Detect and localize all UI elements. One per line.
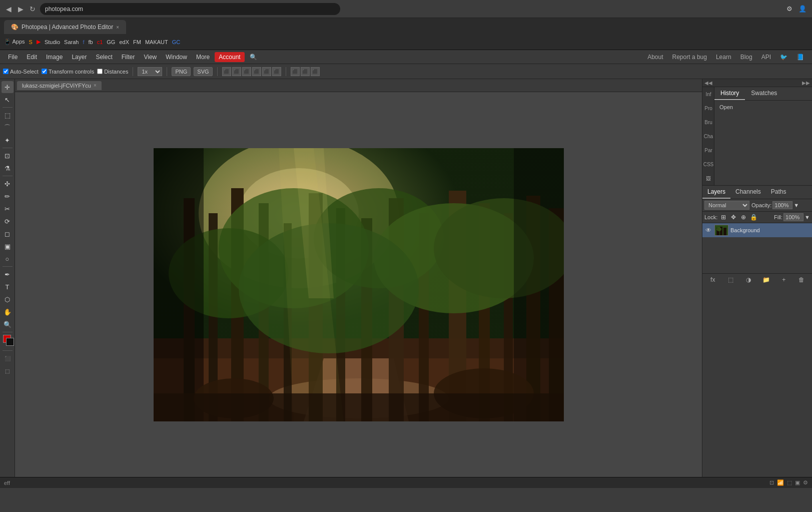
studio-bookmark[interactable]: Studio bbox=[45, 39, 60, 45]
transform-checkbox[interactable]: Transform controls bbox=[42, 69, 94, 75]
brush-tool[interactable]: ✏ bbox=[2, 190, 14, 202]
menu-layer[interactable]: Layer bbox=[68, 52, 91, 62]
sarah-bookmark[interactable]: Sarah bbox=[64, 39, 79, 45]
lasso-tool[interactable]: ⌒ bbox=[2, 122, 14, 134]
transform-input[interactable] bbox=[42, 69, 47, 74]
layers-tab[interactable]: Layers bbox=[702, 186, 730, 199]
align-bottom-icon[interactable]: ⬛ bbox=[272, 67, 281, 76]
s-bookmark[interactable]: S bbox=[29, 39, 33, 45]
forward-button[interactable]: ▶ bbox=[16, 5, 25, 14]
yt-bookmark[interactable]: ▶ bbox=[37, 39, 41, 45]
swatches-tab[interactable]: Swatches bbox=[745, 87, 783, 100]
spot-heal-tool[interactable]: ✣ bbox=[2, 178, 14, 190]
fm-bookmark[interactable]: FM bbox=[133, 39, 141, 45]
wand-tool[interactable]: ✦ bbox=[2, 134, 14, 146]
api-link[interactable]: API bbox=[757, 52, 775, 62]
zoom-select[interactable]: 1x2x0.5x bbox=[138, 67, 162, 76]
status-view-icon[interactable]: ⬚ bbox=[787, 479, 792, 486]
blog-link[interactable]: Blog bbox=[736, 52, 756, 62]
fill-input[interactable] bbox=[783, 213, 803, 221]
status-screen-icon[interactable]: ⊡ bbox=[769, 479, 774, 486]
export-svg-btn[interactable]: SVG bbox=[194, 67, 212, 76]
makaut-bookmark[interactable]: MAKAUT bbox=[145, 39, 168, 45]
menu-account[interactable]: Account bbox=[215, 52, 244, 62]
refresh-button[interactable]: ↻ bbox=[28, 5, 37, 14]
opacity-input[interactable] bbox=[772, 201, 792, 209]
dist-h-icon[interactable]: ⬛ bbox=[291, 67, 300, 76]
hand-tool[interactable]: ✋ bbox=[2, 306, 14, 318]
menu-filter[interactable]: Filter bbox=[118, 52, 139, 62]
distances-checkbox[interactable]: Distances bbox=[97, 69, 128, 75]
fill-arrow[interactable]: ▼ bbox=[804, 214, 810, 220]
status-settings-icon[interactable]: ⚙ bbox=[803, 479, 808, 486]
layer-delete-btn[interactable]: 🗑 bbox=[797, 275, 806, 284]
status-panel-icon[interactable]: ▣ bbox=[795, 479, 800, 486]
collapse-left-btn[interactable]: ◀◀ bbox=[704, 80, 712, 86]
move-tool[interactable]: ✛ bbox=[2, 81, 14, 93]
canvas-tab[interactable]: lukasz-szmigiel-jFCViYFYcu × bbox=[17, 81, 102, 90]
layer-add-btn[interactable]: + bbox=[779, 275, 788, 284]
align-left-icon[interactable]: ⬛ bbox=[222, 67, 231, 76]
pen-tool[interactable]: ✒ bbox=[2, 268, 14, 280]
edx-bookmark[interactable]: edX bbox=[119, 39, 129, 45]
gradient-tool[interactable]: ▣ bbox=[2, 240, 14, 252]
history-tab[interactable]: History bbox=[714, 87, 745, 100]
facebook-icon[interactable]: 📘 bbox=[792, 52, 808, 62]
crop-tool[interactable]: ⊡ bbox=[2, 150, 14, 162]
marquee-tool[interactable]: ⬚ bbox=[2, 109, 14, 121]
menu-select[interactable]: Select bbox=[92, 52, 116, 62]
color-swatches[interactable] bbox=[1, 335, 14, 348]
lock-artboard-icon[interactable]: ⊕ bbox=[739, 213, 747, 221]
fb-bookmark[interactable]: f bbox=[83, 39, 84, 45]
layer-visibility-icon[interactable]: 👁 bbox=[704, 226, 712, 234]
eraser-tool[interactable]: ◻ bbox=[2, 228, 14, 240]
opacity-arrow[interactable]: ▼ bbox=[793, 202, 799, 208]
text-tool[interactable]: T bbox=[2, 281, 14, 293]
align-right-icon[interactable]: ⬛ bbox=[242, 67, 251, 76]
address-bar[interactable]: photopea.com bbox=[40, 3, 340, 15]
collapse-right-btn[interactable]: ▶▶ bbox=[802, 80, 810, 86]
background-color[interactable] bbox=[6, 338, 14, 346]
menu-view[interactable]: View bbox=[140, 52, 161, 62]
apps-bookmark[interactable]: 📱 Apps bbox=[4, 39, 25, 45]
align-center-v-icon[interactable]: ⬛ bbox=[262, 67, 271, 76]
lock-move-icon[interactable]: ✥ bbox=[729, 213, 737, 221]
eyedropper-tool[interactable]: ⚗ bbox=[2, 162, 14, 174]
dist-extra-icon[interactable]: ⬛ bbox=[311, 67, 320, 76]
active-browser-tab[interactable]: 🎨 Photopea | Advanced Photo Editor × bbox=[4, 20, 126, 34]
side-par[interactable]: Par bbox=[702, 143, 714, 157]
lock-all-icon[interactable]: 🔒 bbox=[749, 213, 757, 221]
autoselect-checkbox[interactable]: Auto-Select bbox=[3, 69, 39, 75]
menu-file[interactable]: File bbox=[4, 52, 22, 62]
menu-image[interactable]: Image bbox=[42, 52, 67, 62]
autoselect-input[interactable] bbox=[3, 69, 9, 74]
canvas-scroll-area[interactable] bbox=[15, 92, 702, 477]
extensions-icon[interactable]: ⚙ bbox=[784, 4, 795, 15]
back-button[interactable]: ◀ bbox=[4, 5, 13, 14]
side-cha[interactable]: Cha bbox=[702, 129, 714, 143]
twitter-icon[interactable]: 🐦 bbox=[776, 52, 791, 62]
shape-tool[interactable]: ⬡ bbox=[2, 293, 14, 305]
layer-fx-btn[interactable]: fx bbox=[708, 275, 717, 284]
history-item-open[interactable]: Open bbox=[716, 103, 810, 112]
blend-mode-select[interactable]: Normal Multiply Screen Overlay bbox=[704, 201, 749, 210]
side-bru[interactable]: Bru bbox=[702, 115, 714, 129]
mask-mode-icon[interactable]: ⬛ bbox=[2, 352, 14, 364]
lock-pixels-icon[interactable]: ⊞ bbox=[719, 213, 727, 221]
side-img[interactable]: 🖼 bbox=[702, 171, 714, 185]
menu-more[interactable]: More bbox=[192, 52, 214, 62]
menu-window[interactable]: Window bbox=[162, 52, 191, 62]
menu-edit[interactable]: Edit bbox=[23, 52, 41, 62]
side-pro[interactable]: Pro bbox=[702, 101, 714, 115]
report-bug-link[interactable]: Report a bug bbox=[668, 52, 711, 62]
tab-close[interactable]: × bbox=[116, 25, 119, 30]
layer-mask-btn[interactable]: ⬚ bbox=[726, 275, 735, 284]
about-link[interactable]: About bbox=[643, 52, 667, 62]
profile-icon[interactable]: 👤 bbox=[797, 4, 808, 15]
side-css[interactable]: CSS bbox=[702, 157, 714, 171]
dist-v-icon[interactable]: ⬛ bbox=[301, 67, 310, 76]
gg-bookmark[interactable]: GG bbox=[107, 39, 115, 45]
paths-tab[interactable]: Paths bbox=[766, 186, 791, 199]
side-inf[interactable]: Inf bbox=[702, 87, 714, 101]
menu-search[interactable]: 🔍 bbox=[246, 52, 261, 62]
